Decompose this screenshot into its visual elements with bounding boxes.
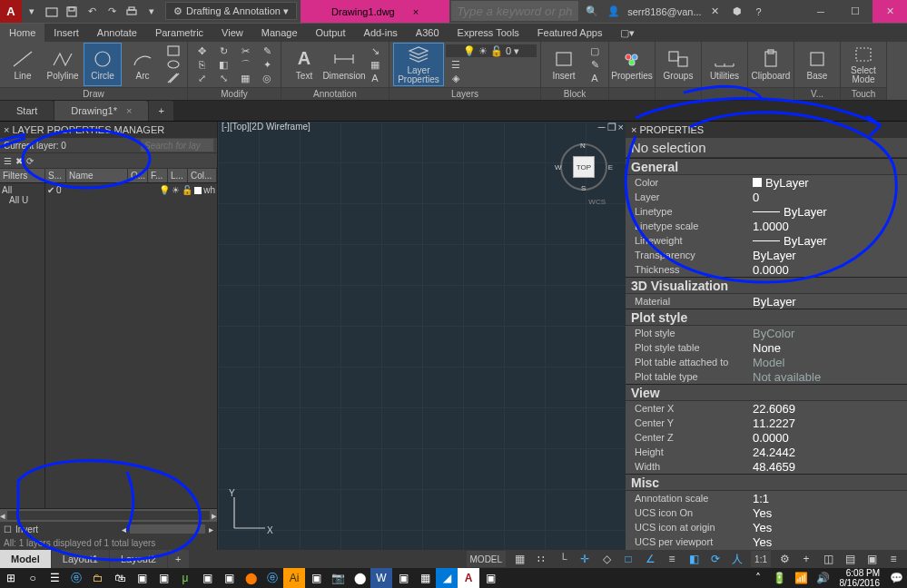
layer-states-icon[interactable]: ☰ (446, 58, 466, 71)
ellipse-icon[interactable] (163, 58, 183, 71)
table-icon[interactable]: ▦ (365, 58, 385, 71)
properties-button[interactable]: Properties (613, 43, 651, 86)
battery-icon[interactable]: 🔋 (769, 568, 791, 588)
help-search-input[interactable] (451, 1, 578, 21)
mtext-icon[interactable]: A (365, 72, 385, 84)
rotate-icon[interactable]: ↻ (213, 44, 233, 57)
leader-icon[interactable]: ↘ (365, 44, 385, 57)
attr-icon[interactable]: A (585, 72, 605, 84)
fillet-icon[interactable]: ⌒ (235, 58, 255, 71)
maximize-button[interactable]: ☐ (838, 0, 872, 23)
signin-icon[interactable]: 👤 (606, 4, 622, 20)
units-icon[interactable]: ◫ (820, 551, 836, 567)
document-title-tab[interactable]: Drawing1.dwg× (301, 0, 449, 23)
tab-parametric[interactable]: Parametric (146, 24, 212, 42)
prop-lineweight[interactable]: LineweightByLayer (626, 233, 907, 248)
lp-col-freeze[interactable]: F... (148, 169, 168, 182)
edge-icon[interactable]: ⓔ (65, 568, 87, 588)
prop-height[interactable]: Height24.2442 (626, 445, 907, 459)
prop-cz[interactable]: Center Z0.0000 (626, 430, 907, 445)
cat-plot[interactable]: Plot style (626, 309, 907, 326)
viewport-label[interactable]: [-][Top][2D Wireframe] (222, 122, 311, 132)
close-icon[interactable]: × (618, 122, 624, 133)
polyline-button[interactable]: Polyline (44, 43, 82, 86)
ortho-icon[interactable]: └ (555, 551, 571, 567)
lp-scrollbar[interactable]: ◂▸ (0, 509, 217, 522)
tab-a360[interactable]: A360 (407, 24, 449, 42)
color-swatch[interactable] (194, 187, 202, 194)
erase-icon[interactable]: ✎ (257, 44, 277, 57)
firefox-icon[interactable]: ⬤ (240, 568, 261, 588)
polar-icon[interactable]: ✛ (577, 551, 593, 567)
clock[interactable]: 6:08 PM8/16/2016 (834, 568, 886, 588)
camera-icon[interactable]: 📷 (327, 568, 349, 588)
workspace-icon[interactable]: ⚙ (776, 551, 793, 567)
drawing-canvas[interactable]: [-][Top][2D Wireframe] ─ ❐ × TOP N S W E… (218, 122, 626, 550)
lp-col-name[interactable]: Name (66, 169, 128, 182)
app-icon[interactable]: ▣ (196, 568, 218, 588)
start-icon[interactable]: ⊞ (0, 568, 22, 588)
props-selection-combo[interactable]: No selection (626, 138, 907, 158)
sun-icon[interactable]: ☀ (172, 185, 180, 195)
create-block-icon[interactable]: ▢ (585, 44, 605, 57)
lp-col-color[interactable]: Col... (188, 169, 217, 182)
circle-button[interactable]: Circle (84, 43, 122, 86)
illustrator-icon[interactable]: Ai (283, 568, 305, 588)
insert-button[interactable]: Insert (545, 43, 583, 86)
prop-cx[interactable]: Center X22.6069 (626, 401, 907, 416)
otrack-icon[interactable]: ∠ (642, 551, 658, 567)
scale-icon[interactable]: ⤡ (213, 72, 233, 84)
lp-col-lock[interactable]: L... (168, 169, 188, 182)
tab-layout1[interactable]: Layout1 (52, 550, 109, 568)
cat-view[interactable]: View (626, 384, 907, 401)
lp-delete-layer-icon[interactable]: ✖ (15, 156, 23, 166)
explode-icon[interactable]: ✦ (257, 58, 277, 71)
cat-general[interactable]: General (626, 158, 907, 175)
a360-icon[interactable]: ⬢ (729, 4, 745, 20)
trim-icon[interactable]: ✂ (235, 44, 255, 57)
tab-view[interactable]: View (212, 24, 252, 42)
tab-layout2[interactable]: Layout2 (110, 550, 167, 568)
workspace-dropdown[interactable]: ⚙Drafting & Annotation ▾ (165, 2, 297, 20)
tray-chevron-icon[interactable]: ˄ (747, 568, 769, 588)
open-icon[interactable] (42, 0, 62, 23)
app-icon[interactable]: ▣ (479, 568, 501, 588)
annotation-icon[interactable]: 人 (729, 551, 745, 567)
cycling-icon[interactable]: ⟳ (707, 551, 724, 567)
prop-ltscale[interactable]: Linetype scale1.0000 (626, 219, 907, 233)
minimize-icon[interactable]: ─ (598, 122, 606, 133)
isodraft-icon[interactable]: ◇ (598, 551, 615, 567)
model-space-button[interactable]: MODEL (467, 551, 507, 567)
array-icon[interactable]: ▦ (235, 72, 255, 84)
prop-color[interactable]: ColorByLayer (626, 175, 907, 190)
lp-col-on[interactable]: O... (128, 169, 148, 182)
notifications-icon[interactable]: 💬 (885, 568, 907, 588)
dimension-button[interactable]: Dimension (325, 43, 363, 86)
bulb-icon[interactable]: 💡 (159, 185, 170, 195)
tab-featured-apps[interactable]: Featured Apps (528, 24, 612, 42)
ie-icon[interactable]: ⓔ (261, 568, 283, 588)
tab-model[interactable]: Model (0, 550, 51, 568)
layer-iso-icon[interactable]: ◈ (446, 72, 466, 84)
line-button[interactable]: Line (4, 43, 42, 86)
ribbon-panel-btn[interactable]: ▢▾ (611, 24, 644, 42)
app-logo[interactable]: A (0, 0, 22, 23)
tab-add-layout[interactable]: + (168, 550, 188, 568)
lp-col-status[interactable]: S... (45, 169, 66, 182)
qat-dropdown-icon[interactable]: ▾ (142, 0, 162, 23)
prop-thickness[interactable]: Thickness0.0000 (626, 262, 907, 277)
utorrent-icon[interactable]: μ (174, 568, 196, 588)
layer-properties-button[interactable]: Layer Properties (393, 43, 444, 86)
viewcube[interactable]: TOP N S W E (560, 143, 607, 191)
lp-search-input[interactable] (141, 139, 213, 152)
prop-linetype[interactable]: LinetypeByLayer (626, 204, 907, 219)
app-icon[interactable]: ▣ (392, 568, 414, 588)
clean-screen-icon[interactable]: ▣ (863, 551, 880, 567)
undo-icon[interactable]: ↶ (82, 0, 102, 23)
lp-refresh-icon[interactable]: ⟳ (26, 156, 34, 166)
move-icon[interactable]: ✥ (192, 44, 212, 57)
search-icon[interactable]: ○ (22, 568, 44, 588)
minimize-button[interactable]: ─ (803, 0, 838, 23)
volume-icon[interactable]: 🔊 (813, 568, 834, 588)
prop-ucspervp[interactable]: UCS per viewportYes (626, 534, 907, 549)
